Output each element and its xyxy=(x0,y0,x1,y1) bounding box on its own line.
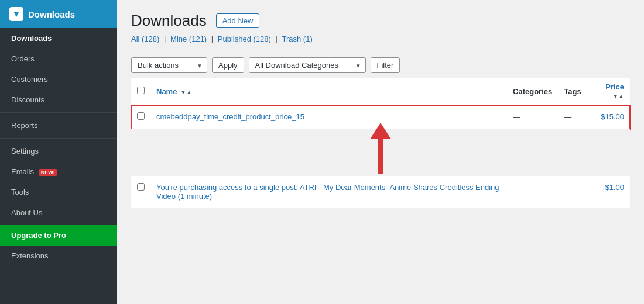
row2-checkbox[interactable] xyxy=(137,183,145,191)
sidebar-item-reports[interactable]: Reports xyxy=(0,115,117,136)
row2-categories-cell: — xyxy=(507,176,558,208)
row2-tags-value: — xyxy=(564,183,571,192)
sidebar-item-label: Reports xyxy=(11,121,38,130)
categories-wrapper: All Download Categories ▼ xyxy=(249,57,366,73)
row2-tags-cell: — xyxy=(558,176,587,208)
price-sort-icon: ▼▲ xyxy=(612,93,624,99)
bulk-actions-wrapper: Bulk actions ▼ xyxy=(131,57,207,73)
table-row: cmebeddpay_time_credit_product_price_15 … xyxy=(131,105,630,129)
row2-name-link[interactable]: You're purchasing access to a single pos… xyxy=(156,183,499,201)
sidebar-item-label: Orders xyxy=(11,54,35,63)
col-price[interactable]: Price ▼▲ xyxy=(587,78,630,105)
select-all-checkbox[interactable] xyxy=(137,87,145,94)
sidebar-item-emails[interactable]: Emails NEW! xyxy=(0,161,117,182)
row1-checkbox-cell xyxy=(131,105,150,129)
sidebar-divider xyxy=(0,112,117,113)
row2-checkbox-cell xyxy=(131,176,150,208)
page-title: Downloads xyxy=(131,12,207,30)
sidebar-item-label: Settings xyxy=(11,147,39,156)
row2-price-cell: $1.00 xyxy=(587,176,630,208)
red-arrow xyxy=(370,123,391,174)
sidebar-item-label: Tools xyxy=(11,188,29,196)
app-logo-icon: ▼ xyxy=(9,7,23,21)
sidebar: ▼ Downloads Downloads Orders Customers D… xyxy=(0,0,117,304)
page-header: Downloads Add New xyxy=(131,12,630,30)
sidebar-item-label: Discounts xyxy=(11,95,44,104)
filter-mine-link[interactable]: Mine (121) xyxy=(170,34,207,43)
arrow-annotation-row xyxy=(131,129,630,176)
row1-tags-value: — xyxy=(564,112,571,121)
sidebar-item-extensions[interactable]: Extensions xyxy=(0,246,117,266)
col-price-label: Price xyxy=(605,82,624,91)
name-sort-icon: ▼▲ xyxy=(180,89,192,95)
select-all-col xyxy=(131,78,150,105)
filter-trash-link[interactable]: Trash (1) xyxy=(282,34,313,43)
col-name-label: Name xyxy=(156,87,177,96)
table-row: You're purchasing access to a single pos… xyxy=(131,176,630,208)
col-tags-label: Tags xyxy=(564,87,581,96)
col-categories-label: Categories xyxy=(513,87,552,96)
sidebar-item-label: Downloads xyxy=(11,34,52,43)
bulk-actions-select[interactable]: Bulk actions xyxy=(131,57,207,73)
sidebar-item-label: Customers xyxy=(11,75,48,84)
toolbar: Bulk actions ▼ Apply All Download Catego… xyxy=(131,53,630,78)
filter-button[interactable]: Filter xyxy=(371,57,400,73)
sidebar-item-tools[interactable]: Tools xyxy=(0,182,117,202)
row1-name-cell: cmebeddpay_time_credit_product_price_15 xyxy=(150,105,507,129)
emails-new-badge: NEW! xyxy=(39,169,57,176)
col-categories: Categories xyxy=(507,78,558,105)
row1-price-value: $15.00 xyxy=(601,112,624,121)
sidebar-item-upgrade[interactable]: Upgrade to Pro xyxy=(0,225,117,246)
filter-all-link[interactable]: All (128) xyxy=(131,34,159,43)
row1-categories-cell: — xyxy=(507,105,558,129)
sidebar-item-label: Upgrade to Pro xyxy=(11,231,66,240)
apply-button[interactable]: Apply xyxy=(212,57,244,73)
col-tags: Tags xyxy=(558,78,587,105)
filter-sep-2: | xyxy=(211,34,215,43)
downloads-table: Name ▼▲ Categories Tags Price ▼▲ xyxy=(131,78,630,208)
sidebar-item-about-us[interactable]: About Us xyxy=(0,202,117,223)
categories-select[interactable]: All Download Categories xyxy=(249,57,366,73)
sidebar-item-downloads[interactable]: Downloads xyxy=(0,28,117,49)
filter-published-link[interactable]: Published (128) xyxy=(218,34,271,43)
sidebar-item-label: Emails xyxy=(11,167,34,176)
sidebar-item-discounts[interactable]: Discounts xyxy=(0,89,117,110)
app-name: Downloads xyxy=(28,9,75,19)
row2-price-value: $1.00 xyxy=(605,183,624,192)
col-name[interactable]: Name ▼▲ xyxy=(150,78,507,105)
add-new-button[interactable]: Add New xyxy=(216,13,260,28)
arrow-shaft xyxy=(378,139,383,174)
row2-name-cell: You're purchasing access to a single pos… xyxy=(150,176,507,208)
sidebar-item-label: About Us xyxy=(11,208,42,217)
filter-links: All (128) | Mine (121) | Published (128)… xyxy=(131,34,630,43)
row1-tags-cell: — xyxy=(558,105,587,129)
sidebar-item-label: Extensions xyxy=(11,251,49,260)
sidebar-item-customers[interactable]: Customers xyxy=(0,69,117,89)
row1-name-link[interactable]: cmebeddpay_time_credit_product_price_15 xyxy=(156,112,304,121)
row1-price-cell: $15.00 xyxy=(587,105,630,129)
filter-sep-3: | xyxy=(276,34,280,43)
table-header-row: Name ▼▲ Categories Tags Price ▼▲ xyxy=(131,78,630,105)
sidebar-header[interactable]: ▼ Downloads xyxy=(0,0,117,28)
row1-checkbox[interactable] xyxy=(137,112,145,120)
row2-categories-value: — xyxy=(513,183,520,192)
main-content: Downloads Add New All (128) | Mine (121)… xyxy=(117,0,644,304)
sidebar-item-settings[interactable]: Settings xyxy=(0,141,117,161)
sidebar-divider-2 xyxy=(0,138,117,139)
row1-categories-value: — xyxy=(513,112,520,121)
sidebar-item-orders[interactable]: Orders xyxy=(0,49,117,69)
filter-sep-1: | xyxy=(164,34,168,43)
